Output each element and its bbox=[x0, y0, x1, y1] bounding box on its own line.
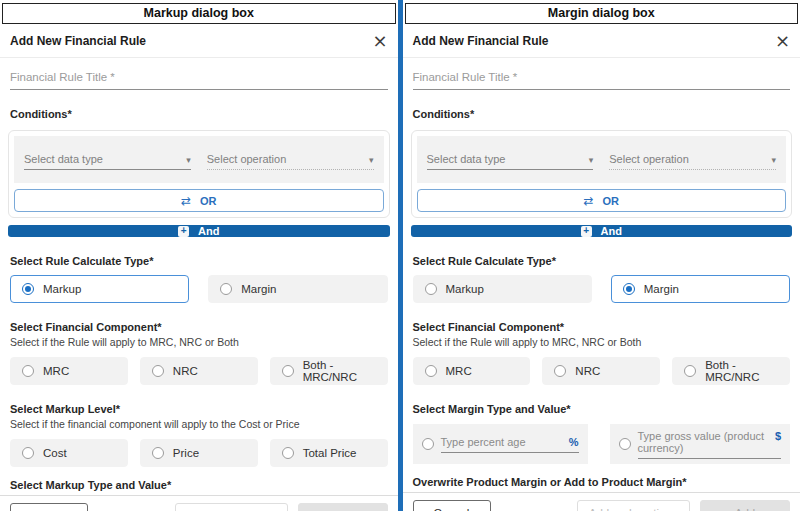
and-button[interactable]: + And bbox=[411, 225, 793, 237]
calc-type-options: Markup Margin bbox=[413, 275, 791, 303]
option-label: NRC bbox=[575, 365, 600, 377]
markup-radio[interactable] bbox=[425, 283, 437, 295]
option-mrc[interactable]: MRC bbox=[10, 357, 128, 385]
option-label: MRC bbox=[43, 365, 69, 377]
percent-icon: % bbox=[569, 436, 579, 448]
option-label: Both - MRC/NRC bbox=[303, 359, 387, 383]
option-label: MRC bbox=[446, 365, 472, 377]
option-label: Margin bbox=[644, 283, 679, 295]
financial-component-options: MRC NRC Both - MRC/NRC bbox=[413, 357, 791, 385]
or-button-label: OR bbox=[200, 195, 217, 207]
add-and-continue-button[interactable]: Add and continue bbox=[577, 500, 690, 511]
comparison-layout: Markup dialog box Add New Financial Rule… bbox=[0, 0, 800, 511]
and-button[interactable]: + And bbox=[8, 225, 390, 237]
margin-radio[interactable] bbox=[623, 283, 635, 295]
conditions-container: Select data type ▾ Select operation ▾ ⇄ … bbox=[8, 130, 390, 218]
gross-input[interactable]: Type gross value (product currency) $ bbox=[638, 430, 782, 459]
nrc-radio[interactable] bbox=[554, 365, 566, 377]
markup-level-label: Select Markup Level* bbox=[10, 403, 388, 415]
operation-select[interactable]: Select operation ▾ bbox=[207, 153, 374, 170]
and-button-label: And bbox=[198, 225, 219, 237]
option-mrc[interactable]: MRC bbox=[413, 357, 531, 385]
option-markup[interactable]: Markup bbox=[413, 275, 592, 303]
gross-value-option[interactable]: Type gross value (product currency) $ bbox=[610, 424, 791, 464]
dialog-footer: Cancel Add and continue Add bbox=[0, 495, 398, 511]
overwrite-margin-label: Overwrite Product Margin or Add to Produ… bbox=[413, 464, 791, 488]
option-markup[interactable]: Markup bbox=[10, 275, 189, 303]
add-button[interactable]: Add bbox=[298, 503, 388, 511]
mrc-radio[interactable] bbox=[22, 365, 34, 377]
option-both-mrc-nrc[interactable]: Both - MRC/NRC bbox=[672, 357, 790, 385]
price-radio[interactable] bbox=[152, 447, 164, 459]
add-box-icon: + bbox=[581, 226, 592, 237]
option-both-mrc-nrc[interactable]: Both - MRC/NRC bbox=[270, 357, 388, 385]
chevron-down-icon: ▾ bbox=[589, 155, 594, 165]
dollar-icon: $ bbox=[775, 430, 781, 442]
data-type-placeholder: Select data type bbox=[427, 153, 506, 165]
add-and-continue-button[interactable]: Add and continue bbox=[175, 503, 288, 511]
financial-rule-title-input[interactable]: Financial Rule Title * bbox=[413, 71, 791, 90]
swap-arrows-icon: ⇄ bbox=[583, 194, 593, 208]
option-margin[interactable]: Margin bbox=[611, 275, 790, 303]
percent-value-option[interactable]: Type percent age % bbox=[413, 424, 588, 464]
dialog-title: Add New Financial Rule bbox=[413, 34, 549, 48]
data-type-select[interactable]: Select data type ▾ bbox=[427, 153, 594, 170]
both-radio[interactable] bbox=[282, 365, 294, 377]
cancel-button[interactable]: Cancel bbox=[10, 503, 88, 511]
option-price[interactable]: Price bbox=[140, 439, 258, 467]
both-radio[interactable] bbox=[684, 365, 696, 377]
percent-radio[interactable] bbox=[422, 438, 434, 450]
margin-dialog-panel: Margin dialog box Add New Financial Rule… bbox=[403, 0, 800, 511]
margin-type-value-label: Select Margin Type and Value* bbox=[413, 403, 791, 415]
chevron-down-icon: ▾ bbox=[186, 155, 191, 165]
markup-dialog-panel: Markup dialog box Add New Financial Rule… bbox=[0, 0, 398, 511]
gross-placeholder: Type gross value (product currency) bbox=[638, 430, 775, 454]
total-price-radio[interactable] bbox=[282, 447, 294, 459]
option-label: NRC bbox=[173, 365, 198, 377]
or-button[interactable]: ⇄ OR bbox=[417, 189, 787, 212]
chevron-down-icon: ▾ bbox=[771, 155, 776, 165]
calc-type-label: Select Rule Calculate Type* bbox=[413, 255, 791, 267]
and-button-label: And bbox=[601, 225, 622, 237]
operation-select[interactable]: Select operation ▾ bbox=[609, 153, 776, 170]
or-button[interactable]: ⇄ OR bbox=[14, 189, 384, 212]
financial-component-label: Select Financial Component* bbox=[10, 321, 388, 333]
chevron-down-icon: ▾ bbox=[369, 155, 374, 165]
dialog-header: Add New Financial Rule × bbox=[413, 34, 791, 48]
close-icon[interactable]: × bbox=[775, 34, 790, 48]
margin-radio[interactable] bbox=[220, 283, 232, 295]
option-label: Cost bbox=[43, 447, 67, 459]
option-label: Total Price bbox=[303, 447, 357, 459]
markup-level-options: Cost Price Total Price bbox=[10, 439, 388, 467]
header-divider bbox=[403, 57, 800, 58]
percent-input[interactable]: Type percent age % bbox=[441, 436, 579, 453]
financial-component-sublabel: Select if the Rule will apply to MRC, NR… bbox=[413, 336, 791, 348]
operation-placeholder: Select operation bbox=[207, 153, 287, 165]
nrc-radio[interactable] bbox=[152, 365, 164, 377]
cancel-button[interactable]: Cancel bbox=[413, 500, 491, 511]
financial-component-options: MRC NRC Both - MRC/NRC bbox=[10, 357, 388, 385]
conditions-container: Select data type ▾ Select operation ▾ ⇄ … bbox=[411, 130, 793, 218]
close-icon[interactable]: × bbox=[372, 34, 387, 48]
add-button[interactable]: Add bbox=[700, 500, 790, 511]
option-label: Price bbox=[173, 447, 199, 459]
option-nrc[interactable]: NRC bbox=[542, 357, 660, 385]
option-total-price[interactable]: Total Price bbox=[270, 439, 388, 467]
financial-rule-title-input[interactable]: Financial Rule Title * bbox=[10, 71, 388, 90]
mrc-radio[interactable] bbox=[425, 365, 437, 377]
data-type-select[interactable]: Select data type ▾ bbox=[24, 153, 191, 170]
option-label: Markup bbox=[43, 283, 81, 295]
gross-radio[interactable] bbox=[619, 438, 631, 450]
markup-radio[interactable] bbox=[22, 283, 34, 295]
calc-type-label: Select Rule Calculate Type* bbox=[10, 255, 388, 267]
margin-caption: Margin dialog box bbox=[405, 3, 799, 24]
calc-type-options: Markup Margin bbox=[10, 275, 388, 303]
option-nrc[interactable]: NRC bbox=[140, 357, 258, 385]
cost-radio[interactable] bbox=[22, 447, 34, 459]
option-cost[interactable]: Cost bbox=[10, 439, 128, 467]
dialog-header: Add New Financial Rule × bbox=[10, 34, 388, 48]
header-divider bbox=[0, 57, 398, 58]
add-box-icon: + bbox=[178, 226, 189, 237]
condition-row: Select data type ▾ Select operation ▾ bbox=[417, 136, 787, 183]
option-margin[interactable]: Margin bbox=[208, 275, 387, 303]
